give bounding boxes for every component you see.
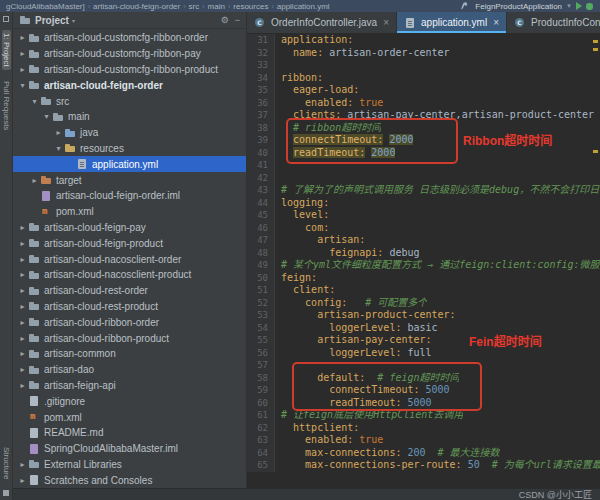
code-line[interactable]: 47 artisan:	[247, 234, 600, 247]
tree-item[interactable]: ▸External Libraries	[13, 457, 246, 473]
debug-button[interactable]	[586, 3, 593, 10]
chevron-right-icon[interactable]: ▸	[17, 476, 28, 485]
line-number[interactable]: 43	[247, 184, 275, 197]
code-line[interactable]: 49# 某个yml文件细粒度配置方式 → 通过feign:client:conf…	[247, 259, 600, 272]
code-line[interactable]: 54 loggerLevel: basic	[247, 322, 600, 335]
chevron-right-icon[interactable]: ▸	[17, 49, 28, 58]
close-icon[interactable]: ×	[493, 17, 499, 28]
tree-item[interactable]: ▸java	[13, 125, 246, 141]
tree-item[interactable]: ▾resources	[13, 141, 246, 157]
tree-item[interactable]: pom.xml	[13, 409, 246, 425]
tree-item[interactable]: ▾artisan-cloud-feign-order	[13, 77, 246, 93]
code-line[interactable]: 60 readTimeout: 5000	[247, 397, 600, 410]
code-line[interactable]: 42	[247, 172, 600, 185]
toolwindow-tab-structure[interactable]: Structure	[2, 444, 11, 482]
breadcrumb-item[interactable]: resources	[232, 2, 269, 11]
line-number[interactable]: 65	[247, 459, 275, 472]
tool-windows-icon[interactable]	[3, 16, 9, 22]
line-number[interactable]: 57	[247, 359, 275, 372]
code-line[interactable]: 33	[247, 59, 600, 72]
code-line[interactable]: 38 # ribbon超时时间	[247, 122, 600, 135]
line-number[interactable]: 44	[247, 197, 275, 210]
tree-item[interactable]: ▸artisan-cloud-nacosclient-order	[13, 251, 246, 267]
breadcrumb-item[interactable]: application.yml	[276, 2, 331, 11]
chevron-down-icon[interactable]: ▼	[566, 3, 572, 9]
line-number[interactable]: 53	[247, 309, 275, 322]
tree-item[interactable]: ▸artisan-cloud-customcfg-ribbon-pay	[13, 46, 246, 62]
code-line[interactable]: 40 readTimeout: 2000	[247, 147, 600, 160]
code-line[interactable]: 32 name: artisan-order-center	[247, 47, 600, 60]
chevron-right-icon[interactable]: ▸	[17, 460, 28, 469]
error-stripe-mark[interactable]	[593, 48, 598, 51]
code-line[interactable]: 50feign:	[247, 272, 600, 285]
line-number[interactable]: 31	[247, 34, 275, 47]
chevron-right-icon[interactable]: ▸	[17, 318, 28, 327]
code-line[interactable]: 58 default: # feign超时时间	[247, 372, 600, 385]
chevron-down-icon[interactable]: ▾	[53, 144, 64, 153]
chevron-right-icon[interactable]: ▸	[17, 349, 28, 358]
code-line[interactable]: 51 client:	[247, 284, 600, 297]
tree-item[interactable]: ▾main	[13, 109, 246, 125]
code-line[interactable]: 34ribbon:	[247, 72, 600, 85]
line-number[interactable]: 62	[247, 422, 275, 435]
line-number[interactable]: 50	[247, 272, 275, 285]
toolwindow-tab-project[interactable]: 1: Project	[2, 30, 11, 70]
line-number[interactable]: 33	[247, 59, 275, 72]
line-number[interactable]: 63	[247, 434, 275, 447]
line-number[interactable]: 54	[247, 322, 275, 335]
tree-item[interactable]: ▸artisan-dao	[13, 362, 246, 378]
line-number[interactable]: 37	[247, 109, 275, 122]
line-number[interactable]: 49	[247, 259, 275, 272]
tree-item[interactable]: ▸artisan-cloud-rest-product	[13, 299, 246, 315]
chevron-right-icon[interactable]: ▸	[17, 334, 28, 343]
line-number[interactable]: 60	[247, 397, 275, 410]
error-stripe-mark[interactable]	[593, 150, 598, 153]
tree-item[interactable]: ▸artisan-feign-api	[13, 378, 246, 394]
code-line[interactable]: 56 loggerLevel: full	[247, 347, 600, 360]
tree-item[interactable]: ▸Scratches and Consoles	[13, 472, 246, 488]
line-number[interactable]: 58	[247, 372, 275, 385]
code-line[interactable]: 35 eager-load:	[247, 84, 600, 97]
code-line[interactable]: 43# 了解为了的声明式调用服务 日志级别必须是debug，不然不会打印日志	[247, 184, 600, 197]
code-line[interactable]: 62 httpclient:	[247, 422, 600, 435]
chevron-right-icon[interactable]: ▸	[17, 302, 28, 311]
code-line[interactable]: 39 connectTimeout: 2000	[247, 134, 600, 147]
code-line[interactable]: 52 config: # 可配置多个	[247, 297, 600, 310]
editor[interactable]: 31application:32 name: artisan-order-cen…	[247, 34, 600, 488]
line-number[interactable]: 38	[247, 122, 275, 135]
chevron-right-icon[interactable]: ▸	[29, 176, 40, 185]
code-line[interactable]: 57	[247, 359, 600, 372]
line-number[interactable]: 52	[247, 297, 275, 310]
chevron-right-icon[interactable]: ▸	[17, 365, 28, 374]
chevron-down-icon[interactable]: ▾	[72, 17, 75, 24]
breadcrumb-item[interactable]: artisan-cloud-feign-order	[92, 2, 181, 11]
tree-item[interactable]: .gitignore	[13, 393, 246, 409]
chevron-right-icon[interactable]: ▸	[17, 270, 28, 279]
chevron-right-icon[interactable]: ▸	[17, 65, 28, 74]
line-number[interactable]: 45	[247, 209, 275, 222]
run-config-selector[interactable]: FeignProductApplication	[475, 2, 562, 11]
code-line[interactable]: 65 max-connections-per-route: 50 # 为每个ur…	[247, 459, 600, 472]
line-number[interactable]: 40	[247, 147, 275, 160]
editor-tab[interactable]: OrderInfoController.java×	[247, 12, 397, 33]
gear-icon[interactable]: ⚙	[221, 15, 229, 25]
toolwindow-toggle-icon[interactable]	[3, 490, 9, 496]
tree-item[interactable]: ▸artisan-common	[13, 346, 246, 362]
chevron-right-icon[interactable]: ▸	[17, 239, 28, 248]
chevron-right-icon[interactable]: ▸	[53, 128, 64, 137]
line-number[interactable]: 36	[247, 97, 275, 110]
code-line[interactable]: 36 enabled: true	[247, 97, 600, 110]
line-number[interactable]: 47	[247, 234, 275, 247]
code-line[interactable]: 46 com:	[247, 222, 600, 235]
code-line[interactable]: 63 enabled: true	[247, 434, 600, 447]
chevron-right-icon[interactable]: ▸	[17, 33, 28, 42]
code-line[interactable]: 61# 让feign底层使用HttpClient去调用	[247, 409, 600, 422]
toolwindow-tab-pull-requests[interactable]: Pull Requests	[2, 78, 11, 133]
code-line[interactable]: 55 artisan-pay-center:	[247, 334, 600, 347]
tree-item[interactable]: ▸artisan-cloud-customcfg-ribbon-order	[13, 30, 246, 46]
code-line[interactable]: 45 level:	[247, 209, 600, 222]
editor-tab[interactable]: ProductInfoController.java×	[507, 12, 600, 33]
error-stripe-mark[interactable]	[593, 40, 598, 43]
editor-tab[interactable]: application.yml×	[397, 12, 507, 33]
code-line[interactable]: 37 clients: artisan-pay-center,artisan-p…	[247, 109, 600, 122]
